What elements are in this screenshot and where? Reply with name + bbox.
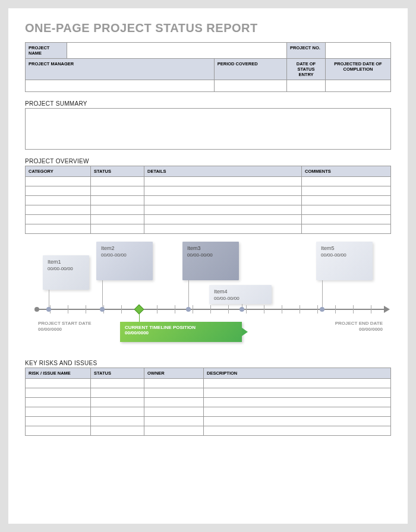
field-projected-date[interactable]	[326, 80, 391, 92]
timeline-dot	[186, 307, 191, 312]
stem	[139, 313, 140, 322]
table-row[interactable]	[26, 215, 391, 224]
field-date-status[interactable]	[287, 80, 326, 92]
label-project-name: PROJECT NAME	[26, 43, 67, 59]
timeline-item-3: Item300/00-00/00	[182, 242, 239, 280]
table-row[interactable]	[26, 205, 391, 215]
timeline-item-5: Item500/00-00/00	[316, 242, 373, 280]
table-row[interactable]	[26, 196, 391, 205]
table-row[interactable]	[26, 407, 391, 417]
label-projected-date: PROJECTED DATE OF COMPLETION	[326, 59, 391, 80]
timeline-dot	[100, 307, 105, 312]
timeline-axis	[38, 309, 385, 310]
table-row[interactable]	[26, 224, 391, 234]
field-project-manager[interactable]	[26, 80, 215, 92]
stem	[102, 280, 103, 309]
field-period-covered[interactable]	[214, 80, 286, 92]
overview-table: CATEGORY STATUS DETAILS COMMENTS	[25, 166, 391, 234]
project-end-label: PROJECT END DATE00/00/0000	[335, 321, 383, 333]
overview-col-details: DETAILS	[144, 166, 302, 177]
section-summary-label: PROJECT SUMMARY	[25, 100, 391, 107]
table-row[interactable]	[26, 177, 391, 186]
table-row[interactable]	[26, 417, 391, 426]
stem	[322, 280, 323, 309]
table-row[interactable]	[26, 426, 391, 436]
field-project-no[interactable]	[326, 43, 391, 59]
label-period-covered: PERIOD COVERED	[214, 59, 286, 80]
timeline-dot	[320, 307, 324, 312]
table-row[interactable]	[26, 186, 391, 196]
risks-col-name: RISK / ISSUE NAME	[26, 368, 91, 379]
field-project-name[interactable]	[67, 43, 287, 59]
document-page: ONE-PAGE PROJECT STATUS REPORT PROJECT N…	[8, 8, 408, 524]
project-start-label: PROJECT START DATE00/00/0000	[38, 321, 91, 333]
timeline-dot	[46, 307, 51, 312]
risks-table: RISK / ISSUE NAME STATUS OWNER DESCRIPTI…	[25, 368, 391, 436]
overview-col-comments: COMMENTS	[302, 166, 391, 177]
stem	[188, 280, 189, 309]
timeline-item-1: Item100/00-00/00	[43, 255, 89, 290]
table-row[interactable]	[26, 398, 391, 407]
table-row[interactable]	[26, 379, 391, 388]
stem	[49, 290, 49, 309]
current-position-callout: CURRENT TIMELINE POSITION 00/00/0000	[120, 322, 242, 342]
risks-col-owner: OWNER	[144, 368, 204, 379]
timeline: Item100/00-00/00 Item200/00-00/00 Item30…	[25, 239, 391, 352]
section-risks-label: KEY RISKS AND ISSUES	[25, 360, 391, 366]
page-title: ONE-PAGE PROJECT STATUS REPORT	[25, 21, 391, 35]
timeline-item-2: Item200/00-00/00	[96, 242, 153, 280]
risks-col-status: STATUS	[91, 368, 144, 379]
summary-box[interactable]	[25, 108, 391, 150]
overview-col-category: CATEGORY	[26, 166, 91, 177]
timeline-item-4: Item400/00-00/00	[209, 285, 272, 304]
table-row[interactable]	[26, 388, 391, 398]
section-overview-label: PROJECT OVERVIEW	[25, 158, 391, 164]
project-header-table: PROJECT NAME PROJECT NO. PROJECT MANAGER…	[25, 42, 391, 92]
label-project-manager: PROJECT MANAGER	[26, 59, 215, 80]
timeline-dot	[239, 307, 244, 312]
risks-col-description: DESCRIPTION	[204, 368, 391, 379]
overview-col-status: STATUS	[91, 166, 144, 177]
label-date-status: DATE OF STATUS ENTRY	[287, 59, 326, 80]
label-project-no: PROJECT NO.	[287, 43, 326, 59]
